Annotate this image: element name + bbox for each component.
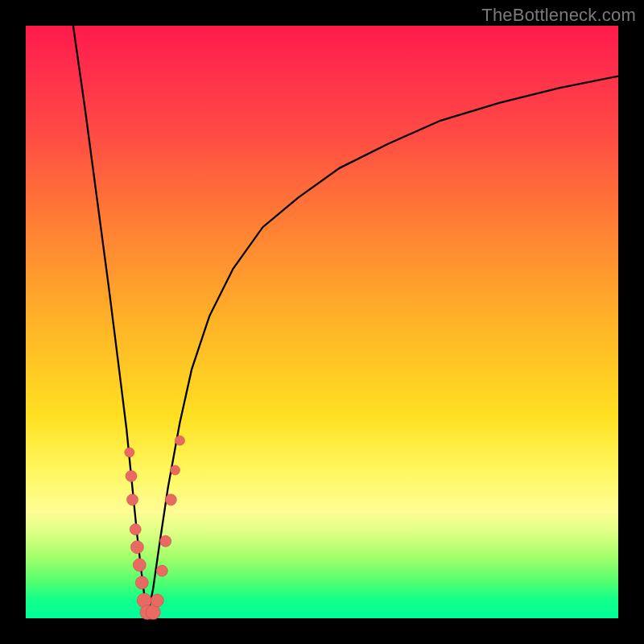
data-point [130, 541, 143, 554]
chart-frame: TheBottleneck.com [0, 0, 644, 644]
data-point [135, 576, 148, 589]
data-point [160, 535, 171, 547]
data-point [165, 494, 176, 506]
data-point [175, 436, 184, 445]
data-point [127, 494, 138, 506]
data-point [126, 470, 137, 481]
plot-area [26, 26, 618, 618]
data-point [130, 524, 141, 535]
data-point [156, 565, 167, 576]
data-point [125, 448, 134, 457]
chart-svg [26, 26, 618, 618]
watermark-text: TheBottleneck.com [481, 5, 636, 26]
curve-right [147, 76, 618, 618]
data-point [146, 605, 160, 620]
data-point [133, 559, 146, 572]
data-point [171, 465, 180, 475]
data-point [151, 594, 163, 607]
highlighted-points [125, 436, 185, 619]
